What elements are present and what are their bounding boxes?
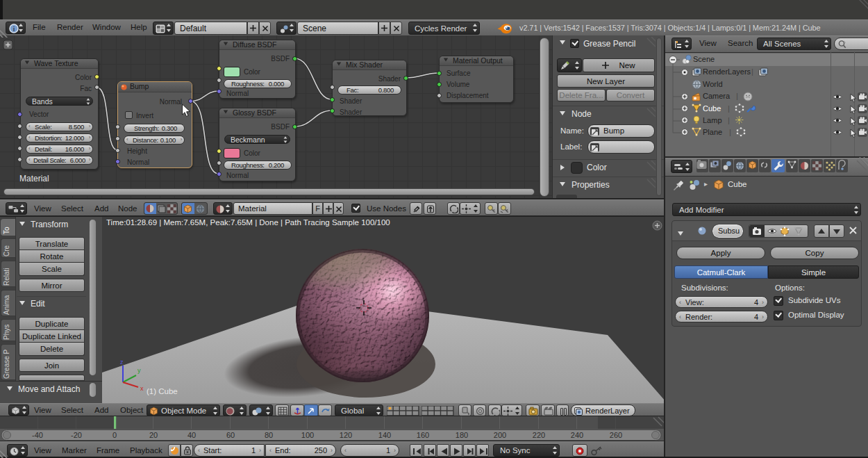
svg-text:20: 20 [149,431,158,439]
svg-text:140: 140 [378,431,391,439]
svg-text:x: x [140,385,144,392]
svg-text:Plane: Plane [703,128,722,136]
svg-text:180: 180 [456,431,468,439]
svg-text:60: 60 [226,431,235,439]
svg-text:220: 220 [533,431,545,439]
svg-text:160: 160 [417,431,429,439]
svg-text:40: 40 [187,431,196,439]
svg-text:200: 200 [494,431,506,439]
svg-text:-40: -40 [32,431,43,439]
svg-text:260: 260 [610,431,622,439]
svg-text:|: | [729,128,731,136]
svg-text:240: 240 [571,431,583,439]
svg-text:z: z [120,359,124,366]
svg-text:0: 0 [112,431,117,439]
svg-text:|: | [728,104,730,113]
svg-text:|: | [751,67,753,76]
svg-text:RenderLayers: RenderLayers [703,67,751,76]
svg-text:y: y [137,367,141,374]
svg-text:120: 120 [340,431,352,439]
svg-text:Cube: Cube [703,104,721,113]
svg-text:World: World [703,80,723,88]
svg-text:Camera: Camera [703,92,731,100]
svg-text:|: | [736,92,738,100]
svg-text:Scene: Scene [693,55,715,63]
svg-text:100: 100 [301,431,314,439]
svg-text:-20: -20 [71,431,82,439]
svg-text:Lamp: Lamp [703,116,722,124]
svg-text:80: 80 [265,431,273,439]
svg-text:i: i [13,26,15,33]
svg-text:|: | [728,116,730,124]
